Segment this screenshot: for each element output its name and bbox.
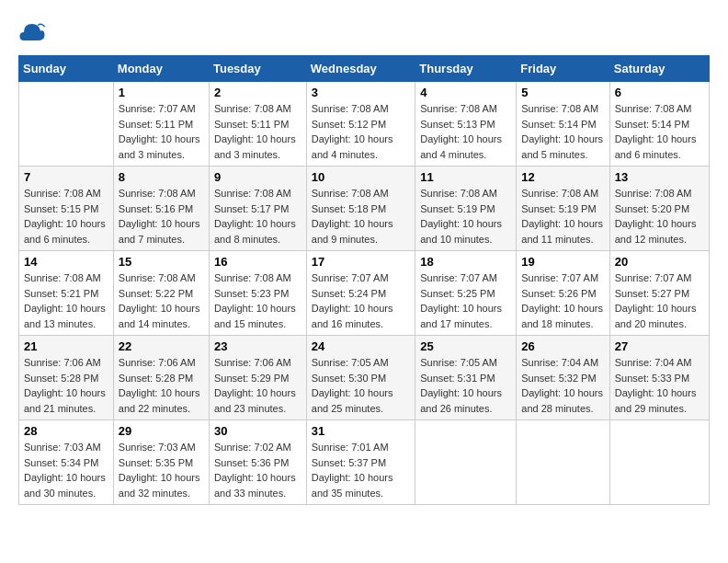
day-number: 24 (312, 339, 410, 353)
calendar-week-row: 14 Sunrise: 7:08 AM Sunset: 5:21 PM Dayl… (19, 251, 710, 336)
calendar-cell: 5 Sunrise: 7:08 AM Sunset: 5:14 PM Dayli… (517, 82, 609, 167)
day-number: 6 (615, 86, 704, 99)
day-info: Sunrise: 7:05 AM Sunset: 5:30 PM Dayligh… (312, 355, 410, 416)
sunset-text: Sunset: 5:11 PM (119, 119, 193, 130)
day-info: Sunrise: 7:08 AM Sunset: 5:19 PM Dayligh… (521, 186, 604, 247)
day-number: 9 (214, 170, 301, 184)
sunrise-text: Sunrise: 7:08 AM (214, 272, 291, 283)
sunset-text: Sunset: 5:33 PM (615, 373, 689, 384)
sunset-text: Sunset: 5:27 PM (615, 288, 689, 299)
day-info: Sunrise: 7:08 AM Sunset: 5:18 PM Dayligh… (312, 186, 410, 247)
calendar-cell: 7 Sunrise: 7:08 AM Sunset: 5:15 PM Dayli… (19, 167, 114, 251)
sunrise-text: Sunrise: 7:07 AM (420, 272, 497, 283)
calendar-cell: 9 Sunrise: 7:08 AM Sunset: 5:17 PM Dayli… (209, 167, 306, 251)
calendar-week-row: 1 Sunrise: 7:07 AM Sunset: 5:11 PM Dayli… (19, 82, 710, 167)
sunset-text: Sunset: 5:23 PM (214, 288, 289, 299)
sunset-text: Sunset: 5:25 PM (420, 288, 495, 299)
daylight-text: Daylight: 10 hours and 10 minutes. (420, 218, 502, 245)
day-number: 1 (119, 86, 204, 99)
calendar-cell: 11 Sunrise: 7:08 AM Sunset: 5:19 PM Dayl… (415, 167, 517, 251)
page-header (18, 18, 710, 46)
day-info: Sunrise: 7:08 AM Sunset: 5:17 PM Dayligh… (214, 186, 301, 247)
sunrise-text: Sunrise: 7:02 AM (214, 442, 291, 453)
day-number: 8 (119, 170, 204, 184)
sunrise-text: Sunrise: 7:08 AM (119, 188, 196, 199)
sunrise-text: Sunrise: 7:08 AM (312, 188, 389, 199)
day-number: 27 (615, 339, 704, 353)
sunrise-text: Sunrise: 7:01 AM (312, 442, 389, 453)
daylight-text: Daylight: 10 hours and 12 minutes. (615, 218, 697, 245)
calendar-cell: 6 Sunrise: 7:08 AM Sunset: 5:14 PM Dayli… (609, 82, 709, 167)
calendar-cell: 12 Sunrise: 7:08 AM Sunset: 5:19 PM Dayl… (517, 167, 609, 251)
day-number: 13 (615, 170, 704, 184)
day-info: Sunrise: 7:03 AM Sunset: 5:34 PM Dayligh… (24, 440, 108, 500)
calendar-cell: 4 Sunrise: 7:08 AM Sunset: 5:13 PM Dayli… (415, 82, 517, 167)
day-info: Sunrise: 7:08 AM Sunset: 5:20 PM Dayligh… (615, 186, 704, 247)
calendar-cell: 14 Sunrise: 7:08 AM Sunset: 5:21 PM Dayl… (19, 251, 114, 336)
day-number: 11 (420, 170, 511, 184)
day-info: Sunrise: 7:08 AM Sunset: 5:22 PM Dayligh… (119, 270, 204, 331)
daylight-text: Daylight: 10 hours and 15 minutes. (214, 303, 296, 329)
daylight-text: Daylight: 10 hours and 17 minutes. (420, 303, 502, 329)
day-number: 4 (420, 86, 511, 99)
sunrise-text: Sunrise: 7:04 AM (521, 357, 598, 368)
header-friday: Friday (517, 56, 609, 82)
sunrise-text: Sunrise: 7:08 AM (420, 103, 497, 114)
sunrise-text: Sunrise: 7:05 AM (420, 357, 497, 368)
day-number: 12 (521, 170, 604, 184)
sunrise-text: Sunrise: 7:07 AM (312, 272, 389, 283)
sunrise-text: Sunrise: 7:08 AM (615, 103, 692, 114)
daylight-text: Daylight: 10 hours and 6 minutes. (24, 218, 106, 245)
day-info: Sunrise: 7:08 AM Sunset: 5:11 PM Dayligh… (214, 101, 301, 162)
daylight-text: Daylight: 10 hours and 4 minutes. (312, 133, 393, 160)
calendar-cell: 26 Sunrise: 7:04 AM Sunset: 5:32 PM Dayl… (517, 336, 609, 420)
calendar-cell: 19 Sunrise: 7:07 AM Sunset: 5:26 PM Dayl… (517, 251, 609, 336)
calendar-cell: 25 Sunrise: 7:05 AM Sunset: 5:31 PM Dayl… (415, 336, 517, 420)
daylight-text: Daylight: 10 hours and 3 minutes. (119, 133, 200, 160)
calendar-cell (609, 420, 709, 505)
sunset-text: Sunset: 5:32 PM (521, 373, 596, 384)
calendar-week-row: 21 Sunrise: 7:06 AM Sunset: 5:28 PM Dayl… (19, 336, 710, 420)
daylight-text: Daylight: 10 hours and 28 minutes. (521, 387, 603, 414)
daylight-text: Daylight: 10 hours and 5 minutes. (521, 133, 603, 160)
day-info: Sunrise: 7:06 AM Sunset: 5:29 PM Dayligh… (214, 355, 301, 416)
day-info: Sunrise: 7:08 AM Sunset: 5:14 PM Dayligh… (521, 101, 604, 162)
day-info: Sunrise: 7:07 AM Sunset: 5:24 PM Dayligh… (312, 270, 410, 331)
calendar-cell (19, 82, 114, 167)
day-number: 3 (312, 86, 410, 99)
sunset-text: Sunset: 5:11 PM (214, 119, 289, 130)
day-info: Sunrise: 7:01 AM Sunset: 5:37 PM Dayligh… (312, 440, 410, 500)
sunrise-text: Sunrise: 7:08 AM (24, 272, 101, 283)
header-sunday: Sunday (19, 56, 114, 82)
sunset-text: Sunset: 5:14 PM (615, 119, 689, 130)
calendar-cell: 29 Sunrise: 7:03 AM Sunset: 5:35 PM Dayl… (113, 420, 209, 505)
sunrise-text: Sunrise: 7:04 AM (615, 357, 692, 368)
day-number: 19 (521, 255, 604, 269)
sunrise-text: Sunrise: 7:07 AM (119, 103, 196, 114)
sunrise-text: Sunrise: 7:08 AM (214, 188, 291, 199)
logo (18, 18, 50, 46)
sunset-text: Sunset: 5:20 PM (615, 203, 689, 214)
daylight-text: Daylight: 10 hours and 23 minutes. (214, 387, 296, 414)
day-number: 2 (214, 86, 301, 99)
header-saturday: Saturday (609, 56, 709, 82)
day-number: 14 (24, 255, 108, 269)
calendar-cell (517, 420, 609, 505)
calendar-cell: 13 Sunrise: 7:08 AM Sunset: 5:20 PM Dayl… (609, 167, 709, 251)
calendar-cell: 28 Sunrise: 7:03 AM Sunset: 5:34 PM Dayl… (19, 420, 114, 505)
day-number: 30 (214, 424, 301, 438)
day-info: Sunrise: 7:07 AM Sunset: 5:25 PM Dayligh… (420, 270, 511, 331)
calendar-cell: 15 Sunrise: 7:08 AM Sunset: 5:22 PM Dayl… (113, 251, 209, 336)
calendar-cell: 8 Sunrise: 7:08 AM Sunset: 5:16 PM Dayli… (113, 167, 209, 251)
sunrise-text: Sunrise: 7:07 AM (615, 272, 692, 283)
day-info: Sunrise: 7:08 AM Sunset: 5:21 PM Dayligh… (24, 270, 108, 331)
daylight-text: Daylight: 10 hours and 29 minutes. (615, 387, 697, 414)
sunrise-text: Sunrise: 7:06 AM (24, 357, 101, 368)
daylight-text: Daylight: 10 hours and 33 minutes. (214, 472, 296, 499)
day-info: Sunrise: 7:04 AM Sunset: 5:32 PM Dayligh… (521, 355, 604, 416)
daylight-text: Daylight: 10 hours and 7 minutes. (119, 218, 200, 245)
day-number: 31 (312, 424, 410, 438)
calendar-table: SundayMondayTuesdayWednesdayThursdayFrid… (18, 55, 710, 505)
day-number: 7 (24, 170, 108, 184)
daylight-text: Daylight: 10 hours and 26 minutes. (420, 387, 502, 414)
